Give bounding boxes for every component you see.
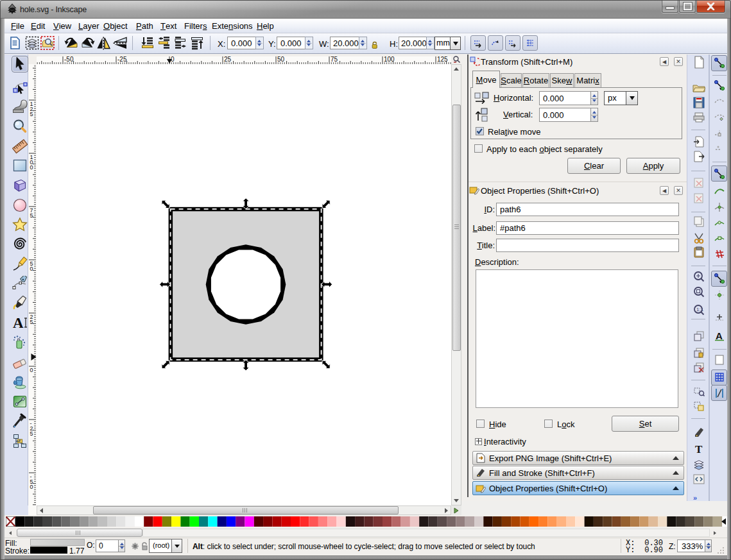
svg-text:0: 0 (30, 266, 33, 272)
svg-text:5: 5 (30, 212, 33, 219)
svg-text:5: 5 (30, 430, 33, 437)
svg-text:0: 0 (30, 367, 33, 373)
svg-text:1:1: 1:1 (696, 307, 704, 312)
svg-text:0: 0 (30, 484, 33, 490)
svg-text:5: 5 (30, 319, 33, 325)
svg-text:-25: -25 (117, 56, 127, 63)
svg-text:25: 25 (224, 56, 232, 63)
svg-text:A: A (13, 315, 24, 330)
svg-text:75: 75 (331, 56, 338, 63)
svg-text:A: A (716, 330, 723, 341)
svg-text:-50: -50 (64, 56, 74, 63)
svg-text:50: 50 (277, 56, 285, 63)
svg-text:0: 0 (30, 164, 33, 171)
svg-text:T: T (695, 443, 703, 455)
svg-text:5: 5 (30, 111, 33, 117)
